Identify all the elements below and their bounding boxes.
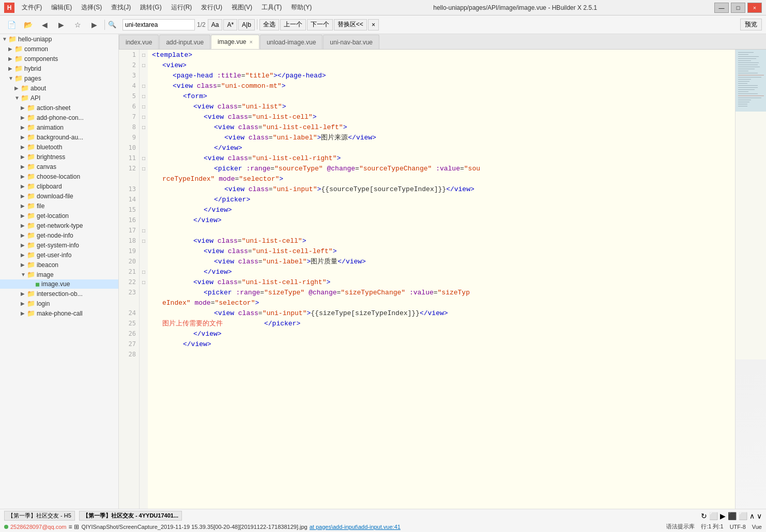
open-file-button[interactable]: 📂 — [21, 18, 35, 32]
icon6[interactable]: ∧ — [749, 512, 755, 520]
fold-btn[interactable]: □ — [140, 81, 148, 91]
tree-item-common[interactable]: ▶ 📁 common — [0, 44, 118, 54]
tab-unload-image-vue[interactable]: unload-image.vue — [260, 35, 323, 49]
prev-button[interactable]: 上一个 — [280, 19, 306, 30]
tree-item-ibeacon[interactable]: ▶ 📁 ibeacon — [0, 260, 118, 270]
preview-button[interactable]: 预览 — [740, 19, 762, 30]
run-button[interactable]: ▶ — [87, 18, 101, 32]
fold-btn[interactable]: □ — [140, 122, 148, 132]
tree-item-components[interactable]: ▶ 📁 components — [0, 54, 118, 64]
folder-icon: 📁 — [27, 202, 35, 210]
close-button[interactable]: × — [747, 3, 762, 13]
tab-index-vue[interactable]: index.vue — [119, 35, 159, 49]
tree-item-about[interactable]: ▶ 📁 about — [0, 83, 118, 93]
tree-item-canvas[interactable]: ▶ 📁 canvas — [0, 162, 118, 171]
fold-btn[interactable]: □ — [140, 163, 148, 174]
menu-help[interactable]: 帮助(Y) — [287, 2, 316, 13]
tree-item-root[interactable]: ▼ 📁 hello-uniapp — [0, 34, 118, 44]
menu-view[interactable]: 视图(V) — [227, 2, 256, 13]
tree-item-brightness[interactable]: ▶ 📁 brightness — [0, 152, 118, 162]
tab-close-icon[interactable]: × — [249, 39, 252, 45]
tab-add-input-vue[interactable]: add-input.vue — [159, 35, 210, 49]
next-button[interactable]: 下一个 — [307, 19, 333, 30]
tree-item-action-sheet[interactable]: ▶ 📁 action-sheet — [0, 103, 118, 113]
season1-button[interactable]: 【第一季】社区交友 - H5 — [4, 511, 75, 521]
tree-label: animation — [37, 124, 64, 131]
tree-item-get-network-type[interactable]: ▶ 📁 get-network-type — [0, 221, 118, 230]
tree-item-intersection-ob[interactable]: ▶ 📁 intersection-ob... — [0, 289, 118, 299]
tree-item-background-au[interactable]: ▶ 📁 background-au... — [0, 132, 118, 142]
icon3[interactable]: ▶ — [720, 512, 726, 520]
tree-item-image-vue[interactable]: ◼ image.vue — [0, 279, 118, 289]
tree-item-get-system-info[interactable]: ▶ 📁 get-system-info — [0, 240, 118, 250]
menu-publish[interactable]: 发行(U) — [197, 2, 226, 13]
icon1[interactable]: ↻ — [701, 512, 707, 520]
icon4[interactable]: ⬛ — [728, 512, 737, 520]
fold-btn[interactable]: □ — [140, 91, 148, 101]
fold-btn[interactable]: □ — [140, 225, 148, 236]
fold-btn[interactable]: □ — [140, 50, 148, 60]
menu-find[interactable]: 查找(J) — [107, 2, 135, 13]
regex-button[interactable]: A* — [223, 19, 237, 30]
maximize-button[interactable]: □ — [731, 3, 745, 13]
tree-item-login[interactable]: ▶ 📁 login — [0, 299, 118, 308]
tree-item-get-node-info[interactable]: ▶ 📁 get-node-info — [0, 230, 118, 240]
menu-file[interactable]: 文件(F) — [18, 2, 46, 13]
tab-image-vue[interactable]: image.vue × — [211, 35, 259, 49]
code-text: <view class="uni-list-cell-right"> — [204, 154, 341, 162]
tree-item-image[interactable]: ▼ 📁 image — [0, 270, 118, 279]
status-link[interactable]: at pages\add-input\add-input.vue:41 — [310, 524, 401, 530]
fold-btn[interactable]: □ — [140, 236, 148, 246]
tree-item-pages[interactable]: ▼ 📁 pages — [0, 73, 118, 83]
word-button[interactable]: A|b — [238, 19, 255, 30]
tree-item-clipboard[interactable]: ▶ 📁 clipboard — [0, 181, 118, 191]
line-num: 7 — [119, 112, 139, 122]
back-button[interactable]: ◀ — [37, 18, 52, 32]
tree-item-hybrid[interactable]: ▶ 📁 hybrid — [0, 64, 118, 73]
menu-edit[interactable]: 编辑(E) — [47, 2, 76, 13]
fold-btn[interactable]: □ — [140, 277, 148, 287]
tree-item-animation[interactable]: ▶ 📁 animation — [0, 122, 118, 132]
code-line: 图片上传需要的文件 </picker> — [152, 318, 731, 328]
close-search-button[interactable]: × — [368, 19, 379, 30]
menu-tools[interactable]: 工具(T) — [257, 2, 286, 13]
line-num: 13 — [119, 184, 139, 194]
new-file-button[interactable]: 📄 — [4, 18, 19, 32]
icon7[interactable]: ∨ — [757, 512, 762, 520]
tree-item-bluetooth[interactable]: ▶ 📁 bluetooth — [0, 142, 118, 152]
menu-bar[interactable]: 文件(F) 编辑(E) 选择(S) 查找(J) 跳转(G) 运行(R) 发行(U… — [18, 2, 316, 13]
fold-btn[interactable]: □ — [140, 112, 148, 122]
fold-btn[interactable]: □ — [140, 60, 148, 70]
tree-item-make-phone-call[interactable]: ▶ 📁 make-phone-call — [0, 308, 118, 318]
fold-btn[interactable]: □ — [140, 153, 148, 163]
arrow-icon: ▶ — [21, 164, 27, 169]
status-file: QIYISnapShot/ScreenCapture_2019-11-19 15… — [81, 524, 307, 530]
menu-jump[interactable]: 跳转(G) — [136, 2, 165, 13]
select-all-button[interactable]: 全选 — [259, 19, 279, 30]
icon5[interactable]: ⬜ — [739, 512, 747, 520]
icon2[interactable]: ⬜ — [709, 512, 718, 520]
search-input[interactable] — [122, 19, 195, 30]
minimize-button[interactable]: — — [714, 3, 729, 13]
tree-item-api[interactable]: ▼ 📁 API — [0, 93, 118, 103]
search-icon: 🔍 — [108, 21, 116, 28]
star-button[interactable]: ☆ — [70, 18, 85, 32]
replace-button[interactable]: 替换区<< — [334, 19, 367, 30]
code-text: <view class="uni-label">图片质量</view> — [214, 257, 366, 266]
tree-item-get-user-info[interactable]: ▶ 📁 get-user-info — [0, 250, 118, 260]
menu-select[interactable]: 选择(S) — [77, 2, 106, 13]
forward-button[interactable]: ▶ — [54, 18, 68, 32]
season2-button[interactable]: 【第一季】社区交友 - 4YYDU17401... — [79, 511, 182, 521]
tree-item-add-phone-con[interactable]: ▶ 📁 add-phone-con... — [0, 113, 118, 122]
menu-run[interactable]: 运行(R) — [167, 2, 196, 13]
code-content[interactable]: <template> <view> <page-head :title="tit… — [148, 50, 735, 509]
tree-item-file[interactable]: ▶ 📁 file — [0, 201, 118, 211]
fold-btn[interactable]: □ — [140, 101, 148, 112]
match-case-button[interactable]: Aa — [208, 19, 223, 30]
fold-btn[interactable]: □ — [140, 267, 148, 277]
tree-item-get-location[interactable]: ▶ 📁 get-location — [0, 211, 118, 221]
tree-item-download-file[interactable]: ▶ 📁 download-file — [0, 191, 118, 201]
folder-icon: 📁 — [21, 94, 29, 102]
tree-item-choose-location[interactable]: ▶ 📁 choose-location — [0, 171, 118, 181]
tab-uni-nav-bar-vue[interactable]: uni-nav-bar.vue — [323, 35, 379, 49]
